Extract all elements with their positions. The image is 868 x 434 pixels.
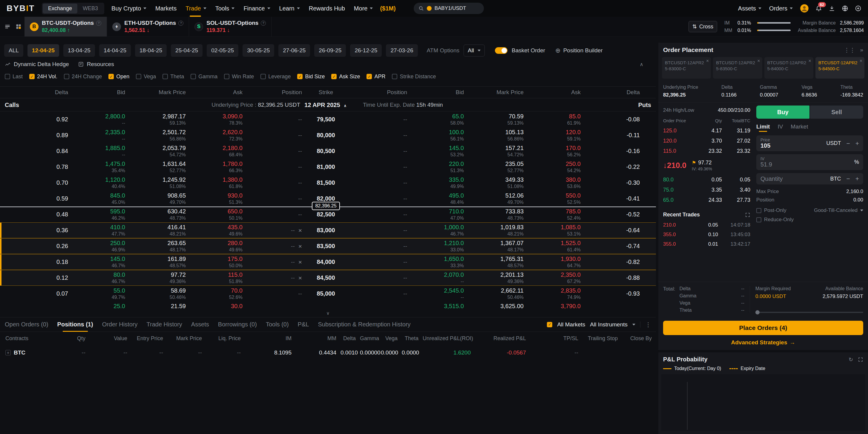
contract-tab-btcusdt-12apr25-84000-c[interactable]: BTCUSDT-12APR25-84000-C× xyxy=(764,57,813,79)
tab-open-orders-0[interactable]: Open Orders (0) xyxy=(5,317,49,332)
nav-item-assets[interactable]: Assets xyxy=(738,0,762,17)
date-tab-26-09-25[interactable]: 26-09-25 xyxy=(314,44,346,57)
minus-button[interactable]: − xyxy=(846,140,850,147)
expand-icon[interactable]: + xyxy=(5,350,11,355)
filter-24h-change[interactable]: 24H Change xyxy=(64,74,102,80)
sell-button[interactable]: Sell xyxy=(810,106,863,119)
ask-row[interactable]: 115.023.3223.32 xyxy=(663,146,750,156)
reduce-only-checkbox[interactable] xyxy=(756,217,762,222)
date-tab-27-06-25[interactable]: 27-06-25 xyxy=(278,44,310,57)
filter-gamma[interactable]: Gamma xyxy=(191,74,217,80)
globe-icon[interactable] xyxy=(842,5,848,12)
dynamic-delta-hedge-button[interactable]: Dynamic Delta Hedge xyxy=(5,61,69,67)
date-tab-30-05-25[interactable]: 30-05-25 xyxy=(243,44,274,57)
ticker-tab-btc-usdt-options[interactable]: BBTC-USDT-Options?82,400.08 ↑ xyxy=(25,17,107,36)
tab-positions-1[interactable]: Positions (1) xyxy=(57,317,93,332)
date-tab-all[interactable]: ALL xyxy=(4,44,23,57)
filter-open[interactable]: ✓Open xyxy=(108,74,129,80)
pnl-chart[interactable] xyxy=(661,374,865,431)
ticker-tab-sol-usdt-options[interactable]: SSOL-USDT-Options?119.371 ↓ xyxy=(189,17,272,36)
date-tab-27-03-26[interactable]: 27-03-26 xyxy=(386,44,417,57)
contract-tab-btcusdt-12apr25-84500-c[interactable]: BTCUSDT-12APR25-84500-C× xyxy=(815,57,864,79)
menu-icon[interactable] xyxy=(4,23,11,30)
nav-item-more[interactable]: More xyxy=(354,0,373,17)
mode-tab-web3[interactable]: WEB3 xyxy=(78,4,103,13)
filter-bid-size[interactable]: ✓Bid Size xyxy=(297,74,325,80)
nav-item-buy-crypto[interactable]: Buy Crypto xyxy=(112,0,146,17)
price-field[interactable]: Price 105 USDT − + xyxy=(756,136,863,151)
buy-button[interactable]: Buy xyxy=(756,106,809,119)
tab-borrowings-0[interactable]: Borrowings (0) xyxy=(218,317,257,332)
date-tab-18-04-25[interactable]: 18-04-25 xyxy=(135,44,167,57)
filter-vega[interactable]: Vega xyxy=(136,74,156,80)
nav-item-finance[interactable]: Finance xyxy=(243,0,270,17)
order-type-tab-iv[interactable]: IV xyxy=(777,123,783,132)
chain-row-80-000[interactable]: 0.892,335.0--2,501.7256.86%2,620.072.3%-… xyxy=(0,127,656,143)
nav-item-markets[interactable]: Markets xyxy=(155,0,177,17)
chain-row-84-000[interactable]: 0.18145.046.7%161.8948.57%175.050.0%--×8… xyxy=(0,254,656,270)
bid-row[interactable]: 65.024.3327.73 xyxy=(663,195,750,205)
minus-button[interactable]: − xyxy=(846,175,850,182)
chain-row-partial[interactable]: 25.021.5930.03,515.03,625.003,790.0 xyxy=(0,301,656,309)
position-builder-button[interactable]: ⊕ Position Builder xyxy=(555,47,603,54)
place-orders-button[interactable]: Place Orders (4) xyxy=(663,321,863,335)
filter-leverage[interactable]: Leverage xyxy=(260,74,291,80)
filter-24h-vol[interactable]: ✓24H Vol. xyxy=(29,74,57,80)
chain-row-84-500[interactable]: 0.1280.046.7%97.7249.36%115.051.8%--×84,… xyxy=(0,270,656,286)
date-tab-02-05-25[interactable]: 02-05-25 xyxy=(207,44,238,57)
resources-button[interactable]: Resources xyxy=(78,61,114,67)
date-tab-12-04-25[interactable]: 12-04-25 xyxy=(28,44,59,57)
collapse-up-icon[interactable]: ∧ xyxy=(640,61,651,67)
trade-row[interactable]: 355.00.1013:45:03 xyxy=(663,230,750,239)
ask-row[interactable]: 120.03.7027.02 xyxy=(663,136,750,146)
filter-ask-size[interactable]: ✓Ask Size xyxy=(331,74,360,80)
date-tab-26-12-25[interactable]: 26-12-25 xyxy=(350,44,382,57)
chain-row-79-500[interactable]: 0.922,800.0--2,987.1759.13%3,090.078.3%-… xyxy=(0,112,656,127)
tab-tools-0[interactable]: Tools (0) xyxy=(266,317,289,332)
chain-row-83-500[interactable]: 0.26250.046.9%263.6548.17%280.049.6%--×8… xyxy=(0,238,656,254)
tab-assets[interactable]: Assets xyxy=(191,317,209,332)
apps-grid-icon[interactable] xyxy=(16,24,22,30)
close-icon[interactable]: × xyxy=(808,58,811,64)
avatar[interactable] xyxy=(800,4,809,13)
contract-tab-btcusdt-12apr25-83000-c[interactable]: BTCUSDT-12APR25-83000-C× xyxy=(662,57,711,79)
chain-row-81-500[interactable]: 0.701,120.040.4%1,245.9251.08%1,380.061.… xyxy=(0,175,656,191)
filter-theta[interactable]: Theta xyxy=(162,74,184,80)
time-in-force-select[interactable]: Good-Till-Canceled xyxy=(814,207,863,213)
expand-icon[interactable] xyxy=(858,357,863,362)
bybit-logo[interactable]: BYBIT xyxy=(7,4,35,13)
cross-margin-button[interactable]: ⇅ Cross xyxy=(688,21,717,32)
all-markets-checkbox[interactable]: ✓ xyxy=(547,322,552,327)
refresh-icon[interactable]: ↻ xyxy=(848,356,853,363)
ticker-tab-eth-usdt-options[interactable]: ♦ETH-USDT-Options?1,562.51 ↓ xyxy=(107,17,189,36)
contract-tab-btcusdt-12apr25-83500-c[interactable]: BTCUSDT-12APR25-83500-C× xyxy=(713,57,762,79)
trade-row[interactable]: 355.00.0113:42:17 xyxy=(663,239,750,249)
positions-row[interactable]: +BTC----------8.10950.44340.00100.000000… xyxy=(0,345,656,360)
chain-row-83-000[interactable]: 0.36410.047.7%416.4148.21%435.049.6%--×8… xyxy=(0,222,656,238)
filter-strike-distance[interactable]: Strike Distance xyxy=(392,74,436,80)
nav-item-trade[interactable]: Trade xyxy=(185,0,207,17)
close-icon[interactable]: × xyxy=(299,227,302,234)
chain-row-81-000[interactable]: 0.781,475.035.4%1,631.6452.77%1,780.066.… xyxy=(0,159,656,175)
iv-field[interactable]: IV 51.9 % xyxy=(756,154,863,170)
mode-tab-exchange[interactable]: Exchange xyxy=(43,4,78,13)
order-type-tab-limit[interactable]: Limit xyxy=(756,123,770,132)
atm-options-select[interactable]: All xyxy=(464,45,485,57)
filter-win-rate[interactable]: Win Rate xyxy=(224,74,254,80)
close-icon[interactable]: × xyxy=(706,58,709,64)
filter-apr[interactable]: ✓APR xyxy=(367,74,385,80)
order-type-tab-market[interactable]: Market xyxy=(790,123,808,132)
tab-p-l[interactable]: P&L xyxy=(298,317,309,332)
close-icon[interactable]: × xyxy=(299,243,302,250)
plus-circle-icon[interactable] xyxy=(855,5,861,12)
trade-row[interactable]: 210.00.0514:07:18 xyxy=(663,220,750,230)
ask-row[interactable]: 125.04.1731.19 xyxy=(663,125,750,136)
date-tab-25-04-25[interactable]: 25-04-25 xyxy=(171,44,203,57)
date-tab-13-04-25[interactable]: 13-04-25 xyxy=(63,44,95,57)
post-only-checkbox[interactable] xyxy=(756,208,762,213)
filter-last[interactable]: Last xyxy=(5,74,23,80)
tab-trade-history[interactable]: Trade History xyxy=(147,317,182,332)
all-instruments-select[interactable]: All Instruments xyxy=(590,321,627,328)
chain-row-80-500[interactable]: 0.841,885.0--2,053.7954.72%2,180.068.4%-… xyxy=(0,143,656,159)
tab-subscription-redemption-history[interactable]: Subscription & Redemption History xyxy=(318,317,410,332)
